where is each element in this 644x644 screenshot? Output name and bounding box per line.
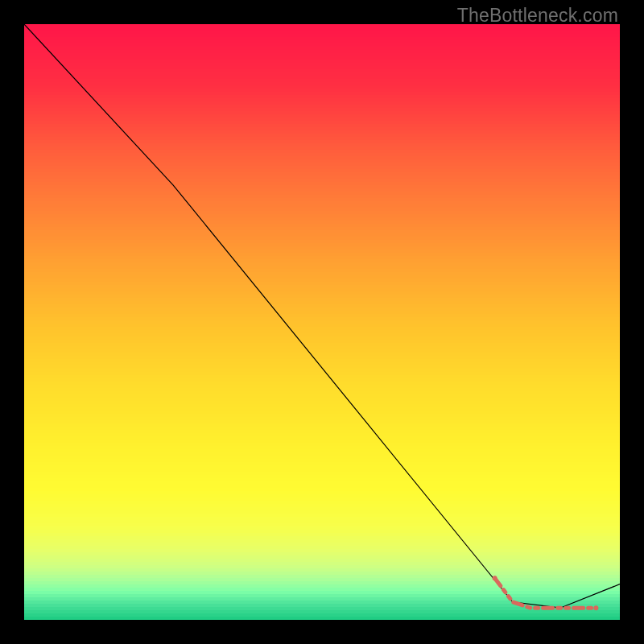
bg-band: [24, 130, 620, 134]
bg-band: [24, 613, 620, 617]
bg-band: [24, 462, 620, 466]
bg-band: [24, 394, 620, 398]
highlight-dot: [493, 576, 497, 580]
bg-band: [24, 182, 620, 186]
bg-band: [24, 259, 620, 263]
bg-band: [24, 536, 620, 540]
bg-band: [24, 597, 620, 601]
bg-band: [24, 47, 620, 51]
bg-band: [24, 85, 620, 89]
bg-band: [24, 414, 620, 418]
chart-frame: TheBottleneck.com: [0, 0, 644, 644]
bg-band: [24, 188, 620, 192]
bg-band: [24, 250, 620, 254]
bg-band: [24, 37, 620, 41]
bg-band: [24, 175, 620, 180]
bg-band: [24, 349, 620, 353]
bg-band: [24, 584, 620, 588]
bg-band: [24, 304, 620, 308]
bg-band: [24, 478, 620, 482]
bg-band: [24, 404, 620, 408]
bg-band: [24, 456, 620, 460]
bg-band: [24, 520, 620, 524]
bg-band: [24, 543, 620, 547]
bg-band: [24, 163, 620, 167]
bg-band: [24, 172, 620, 176]
bg-band: [24, 279, 620, 283]
bg-band: [24, 79, 620, 83]
bg-band: [24, 198, 620, 202]
bg-band: [24, 134, 620, 138]
bg-band: [24, 143, 620, 147]
bg-band: [24, 388, 620, 392]
bg-band: [24, 301, 620, 305]
bg-band: [24, 346, 620, 350]
bg-band: [24, 31, 620, 35]
bg-band: [24, 185, 620, 189]
bg-band: [24, 230, 620, 234]
bg-band: [24, 427, 620, 431]
bg-band: [24, 272, 620, 276]
bg-band: [24, 285, 620, 289]
bg-band: [24, 491, 620, 495]
bg-band: [24, 211, 620, 215]
bg-band: [24, 208, 620, 212]
bg-band: [24, 423, 620, 427]
bg-band: [24, 227, 620, 231]
bg-band: [24, 95, 620, 99]
bg-band: [24, 195, 620, 199]
bg-band: [24, 291, 620, 295]
bg-band: [24, 275, 620, 279]
bg-band: [24, 336, 620, 341]
bg-band: [24, 127, 620, 131]
bg-band: [24, 581, 620, 585]
bg-band: [24, 588, 620, 592]
bg-band: [24, 89, 620, 93]
bg-band: [24, 533, 620, 537]
bg-band: [24, 50, 620, 54]
bg-band: [24, 353, 620, 357]
bg-band: [24, 501, 620, 505]
bg-band: [24, 333, 620, 337]
bg-band: [24, 76, 620, 80]
bg-band: [24, 343, 620, 347]
bg-band: [24, 552, 620, 556]
bg-band: [24, 401, 620, 405]
bg-band: [24, 192, 620, 196]
bg-band: [24, 372, 620, 376]
bg-band: [24, 385, 620, 389]
bg-band: [24, 114, 620, 118]
bg-band: [24, 92, 620, 96]
bg-band: [24, 497, 620, 502]
bg-band: [24, 523, 620, 527]
bg-band: [24, 105, 620, 109]
bg-band: [24, 308, 620, 312]
bg-band: [24, 179, 620, 183]
bg-band: [24, 504, 620, 508]
bg-band: [24, 214, 620, 218]
bg-band: [24, 330, 620, 334]
bg-band: [24, 282, 620, 286]
bg-band: [24, 298, 620, 302]
bg-band: [24, 295, 620, 299]
bg-band: [24, 510, 620, 514]
bg-band: [24, 204, 620, 208]
bg-band: [24, 262, 620, 266]
bg-band: [24, 253, 620, 257]
bg-band: [24, 539, 620, 543]
bg-band: [24, 568, 620, 572]
bg-band: [24, 53, 620, 57]
bg-band: [24, 240, 620, 244]
bg-band: [24, 111, 620, 115]
bg-band: [24, 340, 620, 344]
bg-band: [24, 324, 620, 328]
bg-band: [24, 398, 620, 402]
bg-band: [24, 382, 620, 386]
bg-band: [24, 378, 620, 382]
bg-band: [24, 469, 620, 473]
bg-band: [24, 494, 620, 498]
bg-band: [24, 217, 620, 221]
bg-band: [24, 169, 620, 173]
bg-band: [24, 233, 620, 237]
bg-band: [24, 243, 620, 247]
